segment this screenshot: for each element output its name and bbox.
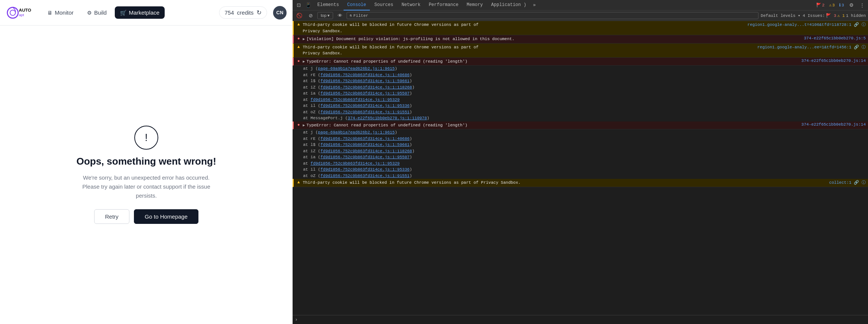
levels-selector[interactable]: Default levels ▾ [761,13,800,18]
stack-link[interactable]: page-69a9b1a7ead626b2.js:1:9615 [318,130,395,135]
stack-line: at fd9d1056-752c9b863fd314ce.js:1:95329 [293,97,868,103]
devtools-inspect-icon[interactable]: ⊡ [294,1,303,9]
stack-link[interactable]: fd9d1056-752c9b863fd314ce.js:1:95507 [320,91,410,96]
tab-elements[interactable]: Elements [314,0,343,10]
stack-link[interactable]: fd9d1056-752c9b863fd314ce.js:1:91551 [320,110,410,114]
stack-line: at j (page-69a9b1a7ead626b2.js:1:9615) [293,66,868,72]
devtools-more-icon[interactable]: ⋮ [857,1,866,9]
devtools-console-toolbar: 🚫 ⊘ top ▾ 👁 ⚗ Filter Default levels ▾ 4 … [293,10,868,21]
info-badge: ℹ 3 [838,2,845,8]
tab-more[interactable]: » [531,3,538,8]
stack-link[interactable]: fd9d1056-752c9b863fd314ce.js:1:118268 [320,149,412,153]
pause-icon[interactable]: ⊘ [306,12,315,20]
filter-placeholder: Filter [353,14,368,18]
stack-line: at ia (fd9d1056-752c9b863fd314ce.js:1:95… [293,90,868,97]
stack-link[interactable]: fd9d1056-752c9b863fd314ce.js:1:91551 [320,174,410,178]
marketplace-icon: 🛒 [120,10,126,16]
stack-line: at oZ (fd9d1056-752c9b863fd314ce.js:1:91… [293,173,868,179]
nav-build-label: Build [94,9,107,16]
stack-link[interactable]: fd9d1056-752c9b863fd314ce.js:1:95507 [320,155,410,159]
retry-button[interactable]: Retry [94,209,129,224]
navbar: AUTO apt 🖥 Monitor ⚙ Build 🛒 Marketplace… [0,0,293,26]
stack-line: at ia (fd9d1056-752c9b863fd314ce.js:1:95… [293,154,868,160]
stack-link[interactable]: fd9d1056-752c9b863fd314ce.js:1:95336 [320,167,410,172]
refresh-icon[interactable]: ↻ [257,9,261,16]
build-icon: ⚙ [87,10,92,16]
stack-line: at il (fd9d1056-752c9b863fd314ce.js:1:95… [293,166,868,173]
stack-link[interactable]: fd9d1056-752c9b863fd314ce.js:1:59661 [320,79,410,83]
credits-badge: 754 credits ↻ [219,6,267,19]
error-icon-circle: ! [134,126,158,150]
tab-performance-label: Performance [429,2,458,8]
log-source[interactable]: region1.google-analy...ee=1&tfd=1456:1 🔗… [757,44,866,50]
log-text: [Violation] Document policy violation: j… [306,36,789,42]
devtools-device-icon[interactable]: 📱 [304,1,313,9]
warning-icon: ▲ [296,45,301,49]
error-badge: 🚩 2 [815,2,826,8]
credits-value: 754 [225,9,234,16]
tab-memory[interactable]: Memory [463,0,487,10]
stack-link[interactable]: fd9d1056-752c9b863fd314ce.js:1:95336 [320,104,410,108]
tab-sources[interactable]: Sources [371,0,397,10]
console-prompt: › [295,317,298,322]
stack-link[interactable]: fd9d1056-752c9b863fd314ce.js:1:95329 [311,161,400,166]
filter-box: ⚗ Filter [347,12,758,19]
nav-monitor[interactable]: 🖥 Monitor [42,6,79,19]
stack-line: at iZ (fd9d1056-752c9b863fd314ce.js:1:11… [293,148,868,154]
warning-badge: ⚠ 3 [827,2,836,8]
tab-sources-label: Sources [374,2,393,8]
log-text: Third-party cookie will be blocked in fu… [303,44,756,57]
warning-icon: ▲ [296,22,301,27]
stack-line: at MessagePort.j (374-e22f65c1bb0eb270.j… [293,115,868,122]
nav-monitor-label: Monitor [55,9,74,16]
stack-link[interactable]: fd9d1056-752c9b863fd314ce.js:1:95329 [311,98,400,102]
expand-icon[interactable]: ▶ [303,37,305,41]
nav-build[interactable]: ⚙ Build [82,6,112,19]
issues-badge: 4 Issues: 🚩 3 ⚠ 1 1 hidden [803,13,866,18]
log-source[interactable]: 374-e22f65c1bb0eb270.js:14 [791,122,866,127]
error-icon: ● [296,36,301,41]
stack-link[interactable]: fd9d1056-752c9b863fd314ce.js:1:59661 [320,142,410,147]
console-log-area[interactable]: ▲ Third-party cookie will be blocked in … [293,21,868,315]
error-buttons: Retry Go to Homepage [94,209,198,224]
tab-application[interactable]: Application ) [487,0,530,10]
log-entry: ▲ Third-party cookie will be blocked in … [293,21,868,35]
svg-point-1 [10,10,15,15]
log-source[interactable]: collect:1 🔗 ⓘ [791,180,866,185]
nav-marketplace[interactable]: 🛒 Marketplace [115,6,165,19]
avatar[interactable]: CN [273,6,287,20]
devtools-right-icons: 🚩 2 ⚠ 3 ℹ 3 ⚙ ⋮ [815,1,866,9]
tab-network[interactable]: Network [398,0,424,10]
log-entry: ● ▶ TypeError: Cannot read properties of… [293,58,868,66]
stack-link[interactable]: fd9d1056-752c9b863fd314ce.js:1:40686 [320,73,410,77]
stack-line: at oZ (fd9d1056-752c9b863fd314ce.js:1:91… [293,109,868,116]
tab-console[interactable]: Console [344,0,370,10]
eye-icon[interactable]: 👁 [335,12,344,20]
tab-performance[interactable]: Performance [425,0,462,10]
stack-link[interactable]: 374-e22f65c1bb0eb270.js:1:110978 [348,116,427,120]
stack-line: at rE (fd9d1056-752c9b863fd314ce.js:1:40… [293,136,868,142]
svg-text:AUTO: AUTO [19,8,31,12]
stack-link[interactable]: page-69a9b1a7ead626b2.js:1:9615 [318,66,395,71]
expand-icon[interactable]: ▶ [303,123,305,128]
stack-link[interactable]: fd9d1056-752c9b863fd314ce.js:1:40686 [320,136,410,141]
devtools-settings-icon[interactable]: ⚙ [847,1,856,9]
console-input[interactable] [299,318,866,322]
stack-line: at rE (fd9d1056-752c9b863fd314ce.js:1:40… [293,72,868,78]
log-source[interactable]: 374-e22f65c1bb0eb270.js:5 [791,36,866,40]
log-source[interactable]: region1.google-analy...t=4106&tfd=118728… [748,22,866,27]
svg-text:apt: apt [19,13,24,17]
monitor-icon: 🖥 [47,10,53,16]
log-entry: ▲ Third-party cookie will be blocked in … [293,179,868,187]
error-icon: ● [296,59,301,63]
context-selector[interactable]: top ▾ [317,12,333,19]
expand-icon[interactable]: ▶ [303,59,305,64]
go-to-homepage-button[interactable]: Go to Homepage [134,209,198,224]
log-source[interactable]: 374-e22f65c1bb0eb270.js:14 [791,58,866,63]
svg-point-0 [8,7,18,18]
console-input-line: › [293,315,868,324]
log-entry: ▲ Third-party cookie will be blocked in … [293,44,868,58]
clear-console-icon[interactable]: 🚫 [295,12,304,20]
stack-link[interactable]: fd9d1056-752c9b863fd314ce.js:1:118268 [320,85,412,90]
log-entry: ● ▶ [Violation] Document policy violatio… [293,35,868,44]
